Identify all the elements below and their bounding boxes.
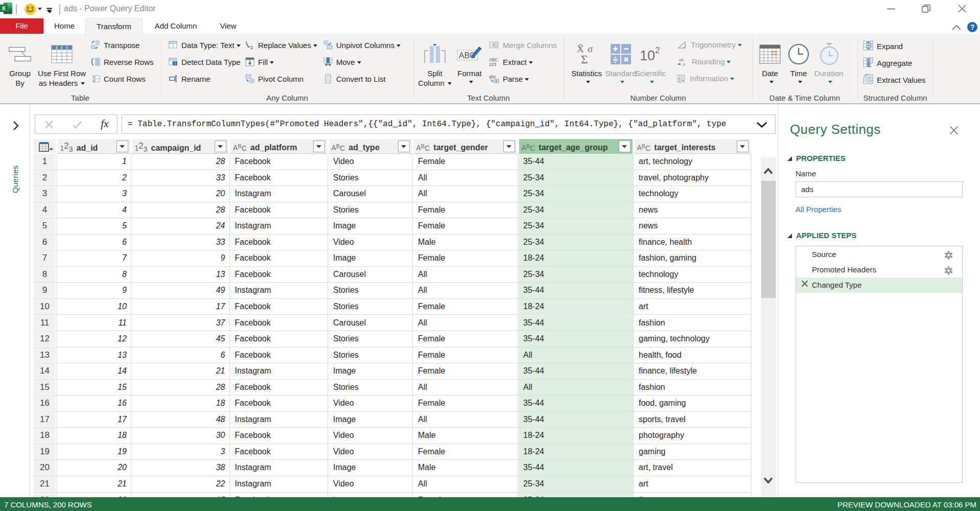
svg-text:abc: abc — [489, 74, 496, 79]
svg-text:2: 2 — [92, 79, 95, 83]
svg-text:1: 1 — [679, 75, 681, 79]
svg-text:.0: .0 — [682, 62, 685, 66]
svg-text:10: 10 — [640, 48, 655, 63]
svg-text:Σ: Σ — [868, 62, 871, 67]
svg-text:X: X — [2, 5, 6, 11]
svg-text:X̄: X̄ — [577, 43, 584, 54]
svg-text:Σ: Σ — [581, 53, 588, 65]
svg-text:?: ? — [174, 62, 176, 65]
svg-text:123: 123 — [489, 62, 496, 66]
svg-text:σ: σ — [588, 43, 593, 54]
svg-text:3: 3 — [679, 79, 681, 82]
svg-text:2: 2 — [250, 45, 253, 50]
svg-text:2: 2 — [655, 45, 660, 55]
